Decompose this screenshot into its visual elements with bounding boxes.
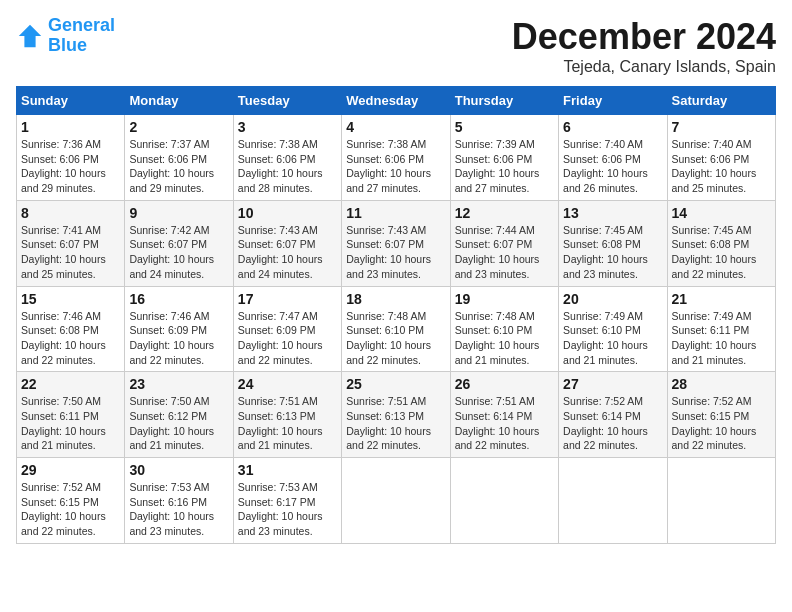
day-info: Sunrise: 7:51 AMSunset: 6:13 PMDaylight:… bbox=[346, 394, 445, 453]
calendar-cell bbox=[667, 458, 775, 544]
calendar-cell bbox=[559, 458, 667, 544]
calendar-cell: 26Sunrise: 7:51 AMSunset: 6:14 PMDayligh… bbox=[450, 372, 558, 458]
calendar-cell: 9Sunrise: 7:42 AMSunset: 6:07 PMDaylight… bbox=[125, 200, 233, 286]
day-info: Sunrise: 7:43 AMSunset: 6:07 PMDaylight:… bbox=[346, 223, 445, 282]
page-container: General Blue December 2024 Tejeda, Canar… bbox=[16, 16, 776, 544]
day-number: 5 bbox=[455, 119, 554, 135]
day-info: Sunrise: 7:50 AMSunset: 6:12 PMDaylight:… bbox=[129, 394, 228, 453]
logo-icon bbox=[16, 22, 44, 50]
calendar-week-5: 29Sunrise: 7:52 AMSunset: 6:15 PMDayligh… bbox=[17, 458, 776, 544]
calendar-cell: 5Sunrise: 7:39 AMSunset: 6:06 PMDaylight… bbox=[450, 115, 558, 201]
calendar-cell: 6Sunrise: 7:40 AMSunset: 6:06 PMDaylight… bbox=[559, 115, 667, 201]
location-title: Tejeda, Canary Islands, Spain bbox=[512, 58, 776, 76]
day-number: 1 bbox=[21, 119, 120, 135]
day-number: 12 bbox=[455, 205, 554, 221]
day-number: 21 bbox=[672, 291, 771, 307]
day-info: Sunrise: 7:48 AMSunset: 6:10 PMDaylight:… bbox=[346, 309, 445, 368]
logo: General Blue bbox=[16, 16, 115, 56]
day-number: 25 bbox=[346, 376, 445, 392]
day-info: Sunrise: 7:52 AMSunset: 6:14 PMDaylight:… bbox=[563, 394, 662, 453]
day-info: Sunrise: 7:37 AMSunset: 6:06 PMDaylight:… bbox=[129, 137, 228, 196]
day-info: Sunrise: 7:46 AMSunset: 6:08 PMDaylight:… bbox=[21, 309, 120, 368]
day-number: 27 bbox=[563, 376, 662, 392]
header-day-wednesday: Wednesday bbox=[342, 87, 450, 115]
calendar-cell: 25Sunrise: 7:51 AMSunset: 6:13 PMDayligh… bbox=[342, 372, 450, 458]
day-info: Sunrise: 7:38 AMSunset: 6:06 PMDaylight:… bbox=[238, 137, 337, 196]
day-info: Sunrise: 7:53 AMSunset: 6:17 PMDaylight:… bbox=[238, 480, 337, 539]
day-number: 30 bbox=[129, 462, 228, 478]
day-info: Sunrise: 7:48 AMSunset: 6:10 PMDaylight:… bbox=[455, 309, 554, 368]
day-number: 19 bbox=[455, 291, 554, 307]
day-info: Sunrise: 7:49 AMSunset: 6:11 PMDaylight:… bbox=[672, 309, 771, 368]
header: General Blue December 2024 Tejeda, Canar… bbox=[16, 16, 776, 76]
header-day-sunday: Sunday bbox=[17, 87, 125, 115]
day-number: 4 bbox=[346, 119, 445, 135]
calendar-cell: 19Sunrise: 7:48 AMSunset: 6:10 PMDayligh… bbox=[450, 286, 558, 372]
day-number: 17 bbox=[238, 291, 337, 307]
calendar-table: SundayMondayTuesdayWednesdayThursdayFrid… bbox=[16, 86, 776, 544]
calendar-header: SundayMondayTuesdayWednesdayThursdayFrid… bbox=[17, 87, 776, 115]
day-info: Sunrise: 7:39 AMSunset: 6:06 PMDaylight:… bbox=[455, 137, 554, 196]
logo-text: General Blue bbox=[48, 16, 115, 56]
day-number: 18 bbox=[346, 291, 445, 307]
month-title: December 2024 bbox=[512, 16, 776, 58]
calendar-cell: 8Sunrise: 7:41 AMSunset: 6:07 PMDaylight… bbox=[17, 200, 125, 286]
calendar-cell: 13Sunrise: 7:45 AMSunset: 6:08 PMDayligh… bbox=[559, 200, 667, 286]
header-day-thursday: Thursday bbox=[450, 87, 558, 115]
calendar-cell: 31Sunrise: 7:53 AMSunset: 6:17 PMDayligh… bbox=[233, 458, 341, 544]
calendar-cell: 27Sunrise: 7:52 AMSunset: 6:14 PMDayligh… bbox=[559, 372, 667, 458]
day-info: Sunrise: 7:45 AMSunset: 6:08 PMDaylight:… bbox=[563, 223, 662, 282]
day-number: 11 bbox=[346, 205, 445, 221]
header-day-saturday: Saturday bbox=[667, 87, 775, 115]
day-info: Sunrise: 7:51 AMSunset: 6:14 PMDaylight:… bbox=[455, 394, 554, 453]
calendar-cell: 15Sunrise: 7:46 AMSunset: 6:08 PMDayligh… bbox=[17, 286, 125, 372]
day-number: 24 bbox=[238, 376, 337, 392]
calendar-cell bbox=[450, 458, 558, 544]
calendar-cell: 29Sunrise: 7:52 AMSunset: 6:15 PMDayligh… bbox=[17, 458, 125, 544]
day-number: 26 bbox=[455, 376, 554, 392]
calendar-cell: 12Sunrise: 7:44 AMSunset: 6:07 PMDayligh… bbox=[450, 200, 558, 286]
day-info: Sunrise: 7:51 AMSunset: 6:13 PMDaylight:… bbox=[238, 394, 337, 453]
day-info: Sunrise: 7:44 AMSunset: 6:07 PMDaylight:… bbox=[455, 223, 554, 282]
day-number: 2 bbox=[129, 119, 228, 135]
calendar-cell: 3Sunrise: 7:38 AMSunset: 6:06 PMDaylight… bbox=[233, 115, 341, 201]
day-info: Sunrise: 7:50 AMSunset: 6:11 PMDaylight:… bbox=[21, 394, 120, 453]
day-number: 20 bbox=[563, 291, 662, 307]
header-day-tuesday: Tuesday bbox=[233, 87, 341, 115]
calendar-cell: 16Sunrise: 7:46 AMSunset: 6:09 PMDayligh… bbox=[125, 286, 233, 372]
calendar-cell: 10Sunrise: 7:43 AMSunset: 6:07 PMDayligh… bbox=[233, 200, 341, 286]
calendar-cell: 7Sunrise: 7:40 AMSunset: 6:06 PMDaylight… bbox=[667, 115, 775, 201]
day-number: 9 bbox=[129, 205, 228, 221]
day-info: Sunrise: 7:42 AMSunset: 6:07 PMDaylight:… bbox=[129, 223, 228, 282]
day-number: 10 bbox=[238, 205, 337, 221]
calendar-cell: 22Sunrise: 7:50 AMSunset: 6:11 PMDayligh… bbox=[17, 372, 125, 458]
calendar-cell: 1Sunrise: 7:36 AMSunset: 6:06 PMDaylight… bbox=[17, 115, 125, 201]
day-info: Sunrise: 7:53 AMSunset: 6:16 PMDaylight:… bbox=[129, 480, 228, 539]
calendar-cell: 24Sunrise: 7:51 AMSunset: 6:13 PMDayligh… bbox=[233, 372, 341, 458]
day-info: Sunrise: 7:43 AMSunset: 6:07 PMDaylight:… bbox=[238, 223, 337, 282]
day-info: Sunrise: 7:41 AMSunset: 6:07 PMDaylight:… bbox=[21, 223, 120, 282]
day-number: 13 bbox=[563, 205, 662, 221]
day-number: 3 bbox=[238, 119, 337, 135]
header-day-friday: Friday bbox=[559, 87, 667, 115]
header-day-monday: Monday bbox=[125, 87, 233, 115]
calendar-cell: 23Sunrise: 7:50 AMSunset: 6:12 PMDayligh… bbox=[125, 372, 233, 458]
day-info: Sunrise: 7:47 AMSunset: 6:09 PMDaylight:… bbox=[238, 309, 337, 368]
calendar-week-1: 1Sunrise: 7:36 AMSunset: 6:06 PMDaylight… bbox=[17, 115, 776, 201]
calendar-week-3: 15Sunrise: 7:46 AMSunset: 6:08 PMDayligh… bbox=[17, 286, 776, 372]
day-number: 8 bbox=[21, 205, 120, 221]
day-info: Sunrise: 7:38 AMSunset: 6:06 PMDaylight:… bbox=[346, 137, 445, 196]
calendar-cell: 20Sunrise: 7:49 AMSunset: 6:10 PMDayligh… bbox=[559, 286, 667, 372]
day-info: Sunrise: 7:46 AMSunset: 6:09 PMDaylight:… bbox=[129, 309, 228, 368]
day-number: 16 bbox=[129, 291, 228, 307]
calendar-cell: 28Sunrise: 7:52 AMSunset: 6:15 PMDayligh… bbox=[667, 372, 775, 458]
calendar-cell: 30Sunrise: 7:53 AMSunset: 6:16 PMDayligh… bbox=[125, 458, 233, 544]
calendar-week-4: 22Sunrise: 7:50 AMSunset: 6:11 PMDayligh… bbox=[17, 372, 776, 458]
day-number: 22 bbox=[21, 376, 120, 392]
day-info: Sunrise: 7:49 AMSunset: 6:10 PMDaylight:… bbox=[563, 309, 662, 368]
day-info: Sunrise: 7:40 AMSunset: 6:06 PMDaylight:… bbox=[672, 137, 771, 196]
day-number: 7 bbox=[672, 119, 771, 135]
calendar-cell: 2Sunrise: 7:37 AMSunset: 6:06 PMDaylight… bbox=[125, 115, 233, 201]
calendar-week-2: 8Sunrise: 7:41 AMSunset: 6:07 PMDaylight… bbox=[17, 200, 776, 286]
day-number: 6 bbox=[563, 119, 662, 135]
